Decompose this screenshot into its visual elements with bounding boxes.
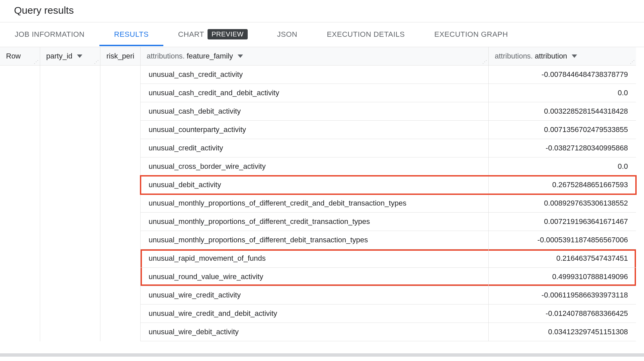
tab-execution-graph[interactable]: EXECUTION GRAPH xyxy=(419,23,522,46)
tab-results[interactable]: RESULTS xyxy=(99,23,163,46)
table-row[interactable]: unusual_credit_activity-0.03827128034099… xyxy=(141,139,636,157)
table-row[interactable]: unusual_cash_credit_and_debit_activity0.… xyxy=(141,84,636,102)
cell-feature-family: unusual_debit_activity xyxy=(141,176,489,194)
col-header-attribution[interactable]: attributions.attribution ⋰ xyxy=(489,47,636,66)
table-row[interactable]: unusual_cross_border_wire_activity0.0 xyxy=(141,157,636,176)
resize-handle-icon[interactable]: ⋰ xyxy=(482,59,487,65)
table-row[interactable]: unusual_counterparty_activity0.007135670… xyxy=(141,121,636,139)
tab-chart[interactable]: CHART PREVIEW xyxy=(163,22,262,47)
col-header-attribution-bold: attribution xyxy=(535,52,567,61)
cell-feature-family: unusual_cross_border_wire_activity xyxy=(141,157,489,175)
chevron-down-icon[interactable] xyxy=(238,54,243,58)
cell-feature-family: unusual_cash_credit_and_debit_activity xyxy=(141,84,489,102)
table-row[interactable]: unusual_monthly_proportions_of_different… xyxy=(141,194,636,213)
resize-handle-icon[interactable]: ⋰ xyxy=(34,59,38,65)
col-header-party-id-label: party_id xyxy=(46,52,72,61)
table-row[interactable]: unusual_wire_credit_activity-0.006119586… xyxy=(141,286,636,305)
resize-handle-icon[interactable]: ⋰ xyxy=(94,59,99,65)
preview-badge: PREVIEW xyxy=(208,29,248,39)
cell-attribution: -0.0061195866393973118 xyxy=(489,286,636,304)
table-row[interactable]: unusual_debit_activity0.2675284865166759… xyxy=(141,176,636,194)
col-header-feature-family-bold: feature_family xyxy=(187,52,233,61)
tab-chart-label: CHART xyxy=(178,30,204,39)
col-risk-peri-body xyxy=(100,66,141,341)
table-row[interactable]: unusual_cash_debit_activity0.00322852815… xyxy=(141,102,636,121)
cell-feature-family: unusual_wire_debit_activity xyxy=(141,323,489,341)
tab-execution-details[interactable]: EXECUTION DETAILS xyxy=(312,23,419,46)
results-grid: Row ⋰ party_id ⋰ risk_peri attributions.… xyxy=(0,47,644,341)
cell-feature-family: unusual_rapid_movement_of_funds xyxy=(141,249,489,267)
grid-body: unusual_cash_credit_activity-0.007844648… xyxy=(0,66,636,341)
col-header-feature-family-prefix: attributions. xyxy=(147,52,185,61)
cell-attribution: -0.038271280340995868 xyxy=(489,139,636,157)
cell-feature-family: unusual_monthly_proportions_of_different… xyxy=(141,231,489,249)
page-title: Query results xyxy=(0,0,644,22)
table-row[interactable]: unusual_wire_debit_activity0.03412329745… xyxy=(141,323,636,341)
cell-attribution: -0.012407887683366425 xyxy=(489,305,636,323)
col-header-risk-peri[interactable]: risk_peri xyxy=(100,47,141,66)
tab-json[interactable]: JSON xyxy=(262,23,312,46)
cell-attribution: 0.034123297451151308 xyxy=(489,323,636,341)
table-row[interactable]: unusual_monthly_proportions_of_different… xyxy=(141,213,636,231)
col-row-body xyxy=(0,66,40,341)
table-row[interactable]: unusual_monthly_proportions_of_different… xyxy=(141,231,636,249)
table-row[interactable]: unusual_cash_credit_activity-0.007844648… xyxy=(141,66,636,84)
cell-feature-family: unusual_round_value_wire_activity xyxy=(141,268,489,286)
col-header-feature-family[interactable]: attributions.feature_family ⋰ xyxy=(141,47,489,66)
col-party-id-body xyxy=(40,66,100,341)
cell-feature-family: unusual_credit_activity xyxy=(141,139,489,157)
col-header-party-id[interactable]: party_id ⋰ xyxy=(40,47,100,66)
cell-feature-family: unusual_monthly_proportions_of_different… xyxy=(141,213,489,231)
col-header-row[interactable]: Row ⋰ xyxy=(0,47,40,66)
cell-attribution: 0.0 xyxy=(489,84,636,102)
cell-attribution: -0.00053911874856567006 xyxy=(489,231,636,249)
data-rows-container: unusual_cash_credit_activity-0.007844648… xyxy=(141,66,636,341)
table-row[interactable]: unusual_rapid_movement_of_funds0.2164637… xyxy=(141,249,636,268)
cell-attribution: 0.26752848651667593 xyxy=(489,176,636,194)
cell-attribution: 0.49993107888149096 xyxy=(489,268,636,286)
cell-feature-family: unusual_cash_debit_activity xyxy=(141,102,489,120)
cell-attribution: 0.2164637547437451 xyxy=(489,249,636,267)
results-tabbar: JOB INFORMATION RESULTS CHART PREVIEW JS… xyxy=(0,22,644,47)
table-row[interactable]: unusual_wire_credit_and_debit_activity-0… xyxy=(141,305,636,323)
cell-feature-family: unusual_cash_credit_activity xyxy=(141,66,489,84)
cell-attribution: 0.0072191963641671467 xyxy=(489,213,636,231)
cell-feature-family: unusual_wire_credit_activity xyxy=(141,286,489,304)
cell-attribution: 0.0 xyxy=(489,157,636,175)
cell-attribution: -0.0078446484738378779 xyxy=(489,66,636,84)
chevron-down-icon[interactable] xyxy=(572,54,577,58)
col-header-attribution-prefix: attributions. xyxy=(495,52,533,61)
cell-feature-family: unusual_counterparty_activity xyxy=(141,121,489,139)
cell-feature-family: unusual_monthly_proportions_of_different… xyxy=(141,194,489,212)
cell-attribution: 0.0089297635306138552 xyxy=(489,194,636,212)
cell-attribution: 0.0071356702479533855 xyxy=(489,121,636,139)
cell-attribution: 0.0032285281544318428 xyxy=(489,102,636,120)
cell-feature-family: unusual_wire_credit_and_debit_activity xyxy=(141,305,489,323)
chevron-down-icon[interactable] xyxy=(77,54,82,58)
horizontal-scrollbar[interactable] xyxy=(0,353,644,357)
col-header-row-label: Row xyxy=(6,52,21,61)
tab-job-information[interactable]: JOB INFORMATION xyxy=(0,23,99,46)
resize-handle-icon[interactable]: ⋰ xyxy=(630,59,635,65)
table-row[interactable]: unusual_round_value_wire_activity0.49993… xyxy=(141,268,636,286)
col-header-risk-peri-label: risk_peri xyxy=(106,52,134,61)
